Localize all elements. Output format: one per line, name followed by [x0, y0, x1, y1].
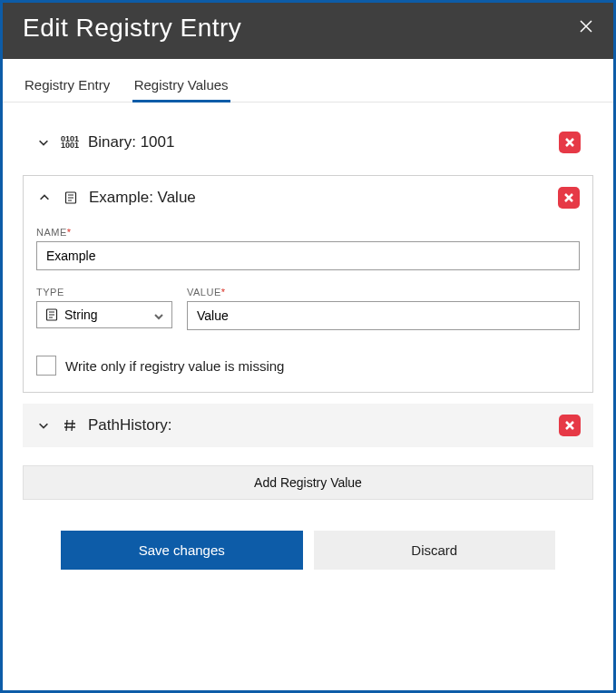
chevron-down-icon — [35, 419, 52, 432]
tab-registry-values[interactable]: Registry Values — [132, 72, 230, 102]
add-registry-value-button[interactable]: Add Registry Value — [23, 465, 593, 500]
dialog-footer: Save changes Discard — [61, 518, 555, 582]
value-input[interactable] — [187, 301, 580, 330]
checkbox-row: Write only if registry value is missing — [36, 356, 580, 376]
discard-button[interactable]: Discard — [314, 531, 556, 570]
registry-value-item: PathHistory: — [23, 404, 593, 447]
hash-icon — [59, 418, 81, 433]
delete-button[interactable] — [559, 132, 581, 153]
type-label: TYPE — [36, 287, 172, 298]
item-header[interactable]: PathHistory: — [23, 404, 593, 447]
content-area: 01011001 Binary: 1001 Example: Value NAM… — [3, 102, 613, 600]
dialog-header: Edit Registry Entry — [3, 3, 613, 59]
registry-value-item: 01011001 Binary: 1001 — [23, 121, 593, 164]
tabs: Registry Entry Registry Values — [3, 59, 613, 102]
save-button[interactable]: Save changes — [61, 531, 303, 570]
value-label: VALUE* — [187, 287, 580, 298]
string-icon — [60, 190, 82, 205]
registry-value-item: Example: Value NAME* TYPE String — [23, 175, 593, 393]
chevron-down-icon — [35, 136, 52, 149]
tab-registry-entry[interactable]: Registry Entry — [23, 72, 112, 102]
item-body: NAME* TYPE String VALU — [24, 220, 592, 392]
string-icon — [44, 307, 59, 322]
write-if-missing-checkbox[interactable] — [36, 356, 56, 376]
item-title: Example: Value — [89, 189, 558, 207]
type-select[interactable]: String — [36, 301, 172, 328]
item-title: Binary: 1001 — [88, 133, 559, 151]
item-header[interactable]: 01011001 Binary: 1001 — [23, 121, 593, 164]
chevron-up-icon — [36, 191, 53, 204]
chevron-down-icon — [153, 309, 164, 320]
checkbox-label: Write only if registry value is missing — [65, 358, 284, 374]
binary-icon: 01011001 — [59, 136, 81, 149]
item-title: PathHistory: — [88, 416, 559, 434]
delete-button[interactable] — [558, 187, 580, 209]
close-button[interactable] — [579, 14, 593, 38]
item-header[interactable]: Example: Value — [24, 176, 592, 220]
name-input[interactable] — [36, 241, 580, 270]
dialog-title: Edit Registry Entry — [23, 14, 241, 43]
name-label: NAME* — [36, 227, 580, 238]
type-value: String — [64, 307, 148, 322]
delete-button[interactable] — [559, 415, 581, 436]
